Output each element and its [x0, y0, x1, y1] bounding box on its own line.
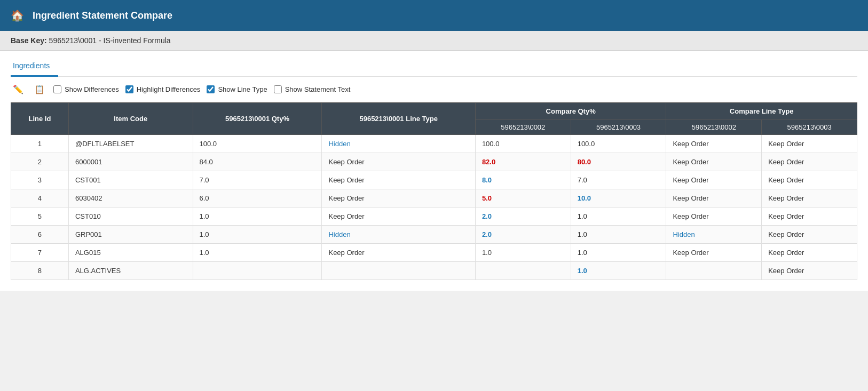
cell-line-id: 7: [11, 244, 69, 262]
cell-compare-qty-0: 2.0: [475, 226, 571, 244]
cell-compare-qty-1: 7.0: [571, 171, 666, 189]
cell-compare-qty-1: 100.0: [571, 135, 666, 153]
tab-ingredients[interactable]: Ingredients: [11, 57, 58, 77]
page-title: Ingredient Statement Compare: [33, 10, 172, 21]
cell-item-code: ALG015: [68, 244, 193, 262]
cell-compare-qty-0: [475, 262, 571, 280]
cell-item-code: 6030402: [68, 189, 193, 208]
cell-compare-lt-0: Keep Order: [666, 208, 762, 226]
table-row: 6GRP0011.0Hidden2.01.0HiddenKeep Order: [11, 226, 857, 244]
cell-compare-qty-1: 1.0: [571, 226, 666, 244]
show-line-type-label: Show Line Type: [218, 85, 267, 93]
edit-icon[interactable]: ✏️: [11, 83, 26, 95]
base-key-label: Base Key:: [11, 36, 47, 45]
col-compare-lt-0002: 5965213\0002: [666, 120, 762, 135]
cell-compare-lt-1: Keep Order: [762, 244, 857, 262]
toolbar: ✏️ 📋 Show Differences Highlight Differen…: [11, 77, 857, 102]
cell-compare-qty-0: 5.0: [475, 189, 571, 208]
cell-qty-pct: 1.0: [193, 208, 322, 226]
base-key-bar: Base Key: 5965213\0001 - IS-invented For…: [0, 31, 868, 51]
cell-qty-pct: 84.0: [193, 153, 322, 171]
cell-line-id: 8: [11, 262, 69, 280]
cell-compare-lt-0: Keep Order: [666, 244, 762, 262]
cell-qty-pct: 7.0: [193, 171, 322, 189]
col-compare-line-type: Compare Line Type: [666, 103, 857, 120]
copy-icon[interactable]: 📋: [32, 83, 47, 95]
cell-compare-lt-1: Keep Order: [762, 226, 857, 244]
show-statement-text-label: Show Statement Text: [285, 85, 351, 93]
show-statement-text-checkbox[interactable]: [274, 85, 282, 93]
cell-line-id: 1: [11, 135, 69, 153]
cell-compare-qty-1: 1.0: [571, 244, 666, 262]
cell-line-id: 5: [11, 208, 69, 226]
cell-line-type: Keep Order: [322, 244, 475, 262]
cell-compare-qty-1: 80.0: [571, 153, 666, 171]
highlight-differences-checkbox-label[interactable]: Highlight Differences: [125, 85, 201, 93]
cell-compare-qty-1: 10.0: [571, 189, 666, 208]
table-row: 8ALG.ACTIVES1.0Keep Order: [11, 262, 857, 280]
app-header: 🏠 Ingredient Statement Compare: [0, 0, 868, 31]
cell-qty-pct: [193, 262, 322, 280]
col-line-type-base: 5965213\0001 Line Type: [322, 103, 475, 135]
cell-compare-qty-1: 1.0: [571, 262, 666, 280]
table-row: 1@DFLTLABELSET100.0Hidden100.0100.0Keep …: [11, 135, 857, 153]
ingredients-table: Line Id Item Code 5965213\0001 Qty% 5965…: [11, 102, 857, 280]
table-row: 460304026.0Keep Order5.010.0Keep OrderKe…: [11, 189, 857, 208]
cell-compare-qty-0: 8.0: [475, 171, 571, 189]
col-compare-qty-0003: 5965213\0003: [571, 120, 666, 135]
highlight-differences-checkbox[interactable]: [125, 85, 133, 93]
cell-compare-lt-0: [666, 262, 762, 280]
col-qty-pct-base: 5965213\0001 Qty%: [193, 103, 322, 135]
cell-qty-pct: 1.0: [193, 226, 322, 244]
col-compare-qty-0002: 5965213\0002: [475, 120, 571, 135]
show-line-type-checkbox[interactable]: [207, 85, 215, 93]
show-line-type-checkbox-label[interactable]: Show Line Type: [207, 85, 267, 93]
cell-line-type: Keep Order: [322, 189, 475, 208]
cell-compare-lt-1: Keep Order: [762, 135, 857, 153]
cell-qty-pct: 100.0: [193, 135, 322, 153]
cell-item-code: ALG.ACTIVES: [68, 262, 193, 280]
cell-compare-lt-1: Keep Order: [762, 189, 857, 208]
cell-compare-lt-1: Keep Order: [762, 262, 857, 280]
show-differences-label: Show Differences: [65, 85, 119, 93]
cell-compare-qty-1: 1.0: [571, 208, 666, 226]
cell-line-type: Keep Order: [322, 171, 475, 189]
cell-compare-qty-0: 2.0: [475, 208, 571, 226]
highlight-differences-label: Highlight Differences: [137, 85, 201, 93]
cell-compare-lt-0: Keep Order: [666, 189, 762, 208]
table-row: 7ALG0151.0Keep Order1.01.0Keep OrderKeep…: [11, 244, 857, 262]
cell-compare-lt-1: Keep Order: [762, 153, 857, 171]
show-statement-text-checkbox-label[interactable]: Show Statement Text: [274, 85, 351, 93]
cell-item-code: @DFLTLABELSET: [68, 135, 193, 153]
table-row: 2600000184.0Keep Order82.080.0Keep Order…: [11, 153, 857, 171]
cell-item-code: GRP001: [68, 226, 193, 244]
cell-compare-lt-0: Keep Order: [666, 153, 762, 171]
cell-line-type: Hidden: [322, 226, 475, 244]
cell-line-id: 2: [11, 153, 69, 171]
cell-compare-lt-0: Keep Order: [666, 171, 762, 189]
cell-compare-lt-0: Hidden: [666, 226, 762, 244]
cell-line-id: 6: [11, 226, 69, 244]
base-key-value: 5965213\0001 - IS-invented Formula: [49, 36, 171, 45]
cell-compare-lt-1: Keep Order: [762, 171, 857, 189]
main-content: Ingredients ✏️ 📋 Show Differences Highli…: [0, 51, 868, 291]
cell-item-code: CST010: [68, 208, 193, 226]
col-compare-lt-0003: 5965213\0003: [762, 120, 857, 135]
cell-compare-lt-0: Keep Order: [666, 135, 762, 153]
cell-line-type: Hidden: [322, 135, 475, 153]
table-row: 3CST0017.0Keep Order8.07.0Keep OrderKeep…: [11, 171, 857, 189]
cell-compare-lt-1: Keep Order: [762, 208, 857, 226]
show-differences-checkbox[interactable]: [53, 85, 61, 93]
col-line-id: Line Id: [11, 103, 69, 135]
show-differences-checkbox-label[interactable]: Show Differences: [53, 85, 119, 93]
table-wrapper: Line Id Item Code 5965213\0001 Qty% 5965…: [11, 102, 857, 280]
col-item-code: Item Code: [68, 103, 193, 135]
col-compare-qty-pct: Compare Qty%: [475, 103, 666, 120]
cell-line-type: [322, 262, 475, 280]
cell-qty-pct: 1.0: [193, 244, 322, 262]
cell-line-id: 3: [11, 171, 69, 189]
cell-compare-qty-0: 1.0: [475, 244, 571, 262]
cell-line-type: Keep Order: [322, 153, 475, 171]
cell-item-code: 6000001: [68, 153, 193, 171]
home-icon[interactable]: 🏠: [11, 9, 24, 22]
